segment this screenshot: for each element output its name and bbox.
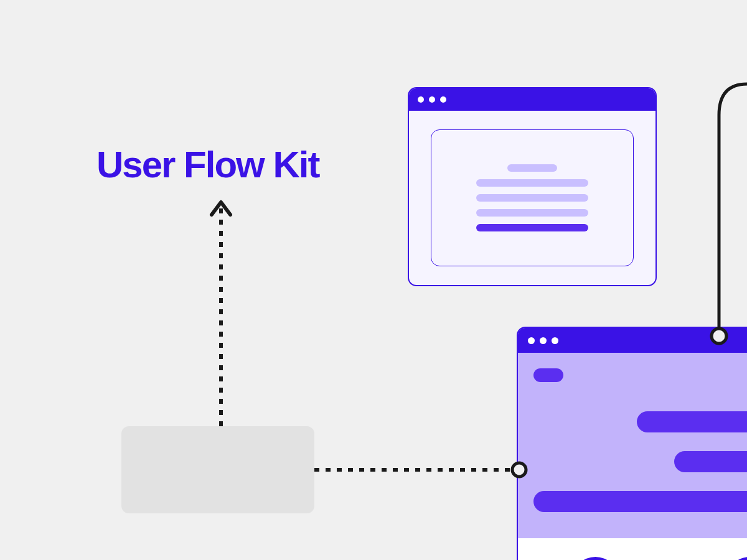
feature-circle (572, 557, 619, 560)
text-placeholder-line (507, 164, 557, 172)
content-bars (533, 411, 747, 512)
arrowhead-up-icon (212, 202, 230, 215)
window-titlebar (409, 88, 655, 111)
window-control-dot (418, 96, 424, 103)
feature-circle (726, 557, 748, 560)
wireframe-window-text-card (408, 87, 657, 286)
diagram-title: User Flow Kit (96, 143, 319, 186)
tab-pill (533, 368, 563, 382)
text-placeholder-line (476, 209, 588, 217)
text-placeholder-line (476, 179, 588, 187)
content-bar (674, 451, 747, 472)
window-titlebar (518, 328, 747, 353)
connector-curved (719, 84, 747, 330)
flow-node-box (121, 426, 314, 513)
content-card (431, 129, 634, 266)
bottom-panel (518, 538, 747, 560)
window-control-dot (552, 337, 558, 344)
window-control-dot (440, 96, 446, 103)
window-control-dot (528, 337, 535, 344)
window-content (518, 353, 747, 560)
text-placeholder-line-accent (476, 224, 588, 231)
content-bar (533, 491, 747, 512)
text-placeholder-line (476, 194, 588, 202)
window-control-dot (429, 96, 435, 103)
content-bar (637, 411, 747, 432)
wireframe-window-app (517, 327, 747, 560)
tab-row (533, 368, 747, 382)
window-control-dot (540, 337, 547, 344)
